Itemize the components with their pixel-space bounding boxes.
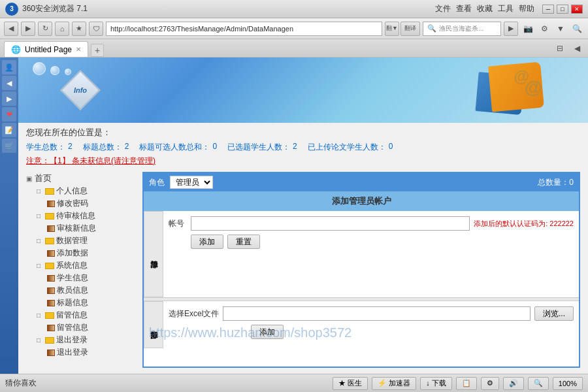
tab-close-button[interactable]: ✕ xyxy=(76,46,81,53)
tree-item-teacher-info[interactable]: 教员信息 xyxy=(26,284,137,297)
excel-input[interactable] xyxy=(223,306,531,321)
sidebar-icon-3[interactable]: ▶ xyxy=(2,91,16,106)
extra-status-btn-3[interactable]: 🔊 xyxy=(503,377,524,390)
more-button[interactable]: ▼ xyxy=(553,22,568,36)
status-text: 猜你喜欢 xyxy=(5,378,327,389)
sidebar-icon-5[interactable]: 📝 xyxy=(2,123,16,137)
location-text: 您现在所在的位置是： xyxy=(26,127,111,137)
tree-item-sys-info[interactable]: □ 系统信息 xyxy=(26,259,137,272)
tree-item-logout-sub[interactable]: 退出登录 xyxy=(26,346,137,359)
reset-button[interactable]: 重置 xyxy=(227,235,260,249)
account-input[interactable] xyxy=(191,216,470,231)
multi-add-button[interactable]: 添加 xyxy=(251,325,284,339)
settings-button[interactable]: ⚙ xyxy=(537,22,551,36)
menu-view[interactable]: 查看 xyxy=(456,3,472,14)
expand-icon-2: □ xyxy=(37,188,43,195)
tree-item-change-pwd[interactable]: 修改密码 xyxy=(26,197,137,210)
location-bar: 您现在所在的位置是： xyxy=(18,123,588,140)
expand-icon-3: □ xyxy=(37,212,43,220)
back-button[interactable]: ◀ xyxy=(4,22,18,36)
add-button[interactable]: 添加 xyxy=(191,235,223,249)
expand-icon: ▣ xyxy=(26,175,33,182)
multi-action-row: 添加 xyxy=(169,325,574,339)
account-row: 帐号 添加后的默认认证码为: 222222 xyxy=(169,216,574,231)
sidebar-icon-2[interactable]: ◀ xyxy=(2,76,16,90)
doctor-button[interactable]: ★ 医生 xyxy=(333,377,368,390)
accelerate-button[interactable]: ⚡ 加速器 xyxy=(372,377,416,390)
tree-item-personal[interactable]: □ 个人信息 xyxy=(26,185,137,197)
tree-item-review[interactable]: 审核新信息 xyxy=(26,222,137,235)
zoom-button[interactable]: 100% xyxy=(553,377,583,390)
new-tab-button[interactable]: + xyxy=(91,44,104,57)
menu-bar: 文件 查看 收藏 工具 帮助 xyxy=(435,3,534,14)
menu-tools[interactable]: 工具 xyxy=(498,3,514,14)
book-icon-3 xyxy=(47,250,55,257)
zoom-value: 100% xyxy=(559,380,577,387)
menu-favorites[interactable]: 收藏 xyxy=(477,3,493,14)
alert-bar[interactable]: 注意：【1】 条未获信息(请注意管理) xyxy=(18,154,588,168)
excel-label: 选择Excel文件 xyxy=(169,308,219,319)
tree-item-student-info[interactable]: 学生信息 xyxy=(26,272,137,284)
extra-status-btn-4[interactable]: 🔍 xyxy=(528,377,549,390)
tab-right-icons: ⊟ ◀ xyxy=(553,41,584,57)
tree-item-add-data[interactable]: 添加数据 xyxy=(26,247,137,259)
tree-item-logout[interactable]: □ 退出登录 xyxy=(26,334,137,346)
menu-file[interactable]: 文件 xyxy=(435,3,451,14)
shield-button[interactable]: 🛡 xyxy=(89,22,103,36)
count-label: 总数量： xyxy=(538,178,569,187)
status-right-controls: ★ 医生 ⚡ 加速器 ↓ 下载 📋 ⚙ 🔊 🔍 100% xyxy=(333,377,583,390)
panel-title: 添加管理员帐户 xyxy=(144,191,579,211)
topic-count-value: 2 xyxy=(125,142,129,153)
multi-add-label: 多行添加 xyxy=(144,301,163,348)
left-sidebar: 👤 ◀ ▶ ❤ 📝 🛒 xyxy=(0,57,18,374)
search-bar[interactable]: 🔍 渔民当海盗杀... xyxy=(423,22,501,36)
screenshot-button[interactable]: 📷 xyxy=(521,22,535,36)
go-button[interactable]: 翻▼ xyxy=(385,22,399,36)
extra-status-btn-2[interactable]: ⚙ xyxy=(481,377,499,390)
forward-button[interactable]: ▶ xyxy=(21,22,35,36)
spacer-row-1 xyxy=(169,253,574,272)
tree-item-pending[interactable]: □ 待审核信息 xyxy=(26,210,137,222)
tree-item-mgmt-sub[interactable]: 留管信息 xyxy=(26,321,137,334)
single-add-label: 单行添加 xyxy=(144,211,163,297)
browser-toolbar: ◀ ▶ ↻ ⌂ ★ 🛡 http://localhost:2763/Thesis… xyxy=(0,18,588,39)
accelerate-label: 加速器 xyxy=(389,378,410,388)
tree-item-mgmt-info[interactable]: □ 留管信息 xyxy=(26,309,137,321)
tree-navigation: ▣ 首页 □ 个人信息 修改密码 □ 待审核信 xyxy=(26,172,137,368)
search-hint: 渔民当海盗杀... xyxy=(439,24,483,33)
tab-prev-button[interactable]: ◀ xyxy=(570,41,584,56)
folder-icon-6 xyxy=(45,337,54,344)
folder-icon-5 xyxy=(45,312,54,319)
folder-icon-4 xyxy=(45,263,54,269)
alert-text: 注意：【1】 条未获信息(请注意管理) xyxy=(26,156,155,165)
refresh-button[interactable]: ↻ xyxy=(38,22,52,36)
tab-title: Untitled Page xyxy=(25,45,72,54)
home-button[interactable]: ⌂ xyxy=(55,22,69,36)
sidebar-icon-1[interactable]: 👤 xyxy=(2,60,16,74)
bookmark-button[interactable]: ★ xyxy=(72,22,86,36)
address-bar[interactable]: http://localhost:2763/ThesisManage/Admin… xyxy=(106,22,382,36)
tree-item-data-mgmt[interactable]: □ 数据管理 xyxy=(26,235,137,247)
maximize-button[interactable]: □ xyxy=(557,5,568,14)
role-select[interactable]: 管理员 xyxy=(170,176,213,189)
tab-list-button[interactable]: ⊟ xyxy=(553,41,567,56)
tree-label: 待审核信息 xyxy=(56,210,95,221)
translate-button[interactable]: 翻译 xyxy=(400,22,420,36)
action-row: 添加 重置 xyxy=(169,235,574,249)
browse-button[interactable]: 浏览... xyxy=(534,306,574,321)
download-button[interactable]: ↓ 下载 xyxy=(420,377,452,390)
tree-item-home[interactable]: ▣ 首页 xyxy=(26,172,137,185)
search-go-button[interactable]: ▶ xyxy=(504,22,518,36)
close-button[interactable]: ✕ xyxy=(571,5,583,14)
sidebar-icon-4[interactable]: ❤ xyxy=(2,107,16,122)
extra-button[interactable]: 🔍 xyxy=(570,22,584,36)
excel-row: 选择Excel文件 浏览... xyxy=(169,306,574,321)
active-tab[interactable]: 🌐 Untitled Page ✕ xyxy=(4,41,88,57)
unassigned-value: 0 xyxy=(212,142,217,153)
minimize-button[interactable]: ─ xyxy=(542,5,554,14)
menu-help[interactable]: 帮助 xyxy=(519,3,534,14)
account-label: 帐号 xyxy=(169,218,187,229)
sidebar-icon-6[interactable]: 🛒 xyxy=(2,139,16,153)
extra-status-btn-1[interactable]: 📋 xyxy=(456,377,477,390)
tree-item-topic-info[interactable]: 标题信息 xyxy=(26,297,137,309)
